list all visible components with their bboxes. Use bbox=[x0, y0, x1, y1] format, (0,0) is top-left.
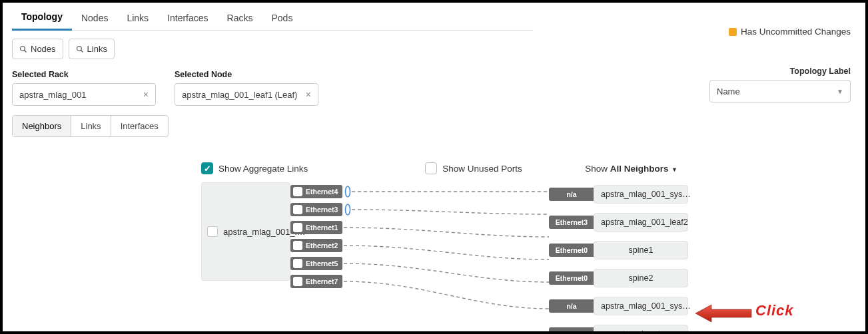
topology-label-value: Name bbox=[717, 86, 740, 96]
chevron-down-icon: ▼ bbox=[837, 88, 843, 95]
clear-node-icon[interactable]: × bbox=[306, 89, 311, 100]
subtab-bar: Neighbors Links Interfaces bbox=[12, 115, 169, 137]
tab-topology[interactable]: Topology bbox=[12, 7, 72, 31]
subtab-interfaces[interactable]: Interfaces bbox=[111, 116, 168, 136]
neighbor-port: Ethernet3 bbox=[549, 216, 594, 229]
search-nodes-button[interactable]: Nodes bbox=[12, 39, 63, 59]
port-ethernet2[interactable]: Ethernet2 bbox=[290, 239, 342, 252]
show-value: All Neighbors bbox=[610, 164, 669, 174]
port-ethernet3[interactable]: Ethernet3 bbox=[290, 203, 342, 216]
svg-point-4 bbox=[346, 186, 350, 197]
neighbor-label: spine2 bbox=[594, 269, 688, 287]
svg-point-2 bbox=[77, 46, 81, 51]
port-ethernet1[interactable]: Ethernet1 bbox=[290, 221, 342, 234]
selected-node-label: Selected Node bbox=[175, 70, 508, 79]
neighbor-list: n/a apstra_mlag_001_sys… Ethernet3 apstr… bbox=[549, 185, 688, 334]
neighbor-label: apstra_mlag_001_sys… bbox=[594, 185, 688, 204]
neighbor-port: Ethernet0 bbox=[549, 244, 594, 257]
neighbor-label: apstra_mlag_001_leaf2 bbox=[594, 213, 688, 232]
search-nodes-label: Nodes bbox=[31, 44, 56, 54]
neighbor-port: n/a bbox=[549, 327, 594, 334]
show-unused-ports-label: Show Unused Ports bbox=[442, 164, 522, 174]
neighbor-row[interactable]: n/a apstra_mlag_001_sys… bbox=[549, 185, 688, 204]
svg-line-3 bbox=[81, 50, 83, 52]
tab-racks[interactable]: Racks bbox=[218, 9, 262, 30]
source-node-box[interactable]: apstra_mlag_001_l… bbox=[201, 182, 290, 281]
uncommitted-changes-badge: Has Uncommitted Changes bbox=[729, 27, 851, 37]
tab-interfaces[interactable]: Interfaces bbox=[158, 9, 217, 30]
main-tab-bar: Topology Nodes Links Interfaces Racks Po… bbox=[12, 8, 533, 31]
subtab-neighbors[interactable]: Neighbors bbox=[13, 116, 71, 136]
show-aggregate-links-label: Show Aggregate Links bbox=[218, 164, 308, 174]
subtab-links[interactable]: Links bbox=[71, 116, 111, 136]
chevron-down-icon: ▼ bbox=[670, 166, 677, 173]
selected-node-select[interactable]: apstra_mlag_001_leaf1 (Leaf) × bbox=[175, 83, 318, 106]
source-node-checkbox[interactable] bbox=[207, 226, 218, 237]
selected-rack-value: apstra_mlag_001 bbox=[19, 90, 86, 100]
show-unused-ports-checkbox[interactable] bbox=[425, 162, 437, 174]
neighbor-row[interactable]: n/a apstra_mlag_001_sys… bbox=[549, 297, 688, 315]
tab-nodes[interactable]: Nodes bbox=[72, 9, 117, 30]
topology-wires bbox=[342, 182, 549, 322]
show-prefix: Show bbox=[585, 164, 610, 174]
neighbor-label: spine1 bbox=[594, 241, 688, 259]
neighbor-port: n/a bbox=[549, 299, 594, 313]
search-links-label: Links bbox=[87, 44, 107, 54]
port-led-icon bbox=[293, 205, 302, 214]
neighbor-row[interactable]: Ethernet0 spine1 bbox=[549, 241, 688, 259]
neighbor-row[interactable]: Ethernet0 spine2 bbox=[549, 269, 688, 287]
selected-node-value: apstra_mlag_001_leaf1 (Leaf) bbox=[182, 90, 297, 100]
svg-point-5 bbox=[346, 204, 350, 215]
neighbor-label: apstra_mlag_001_sys… bbox=[594, 297, 688, 315]
port-led-icon bbox=[293, 241, 302, 250]
neighbor-port: Ethernet0 bbox=[549, 271, 594, 285]
neighbor-label: external-router bbox=[594, 325, 688, 334]
clear-rack-icon[interactable]: × bbox=[143, 89, 149, 100]
selected-rack-label: Selected Rack bbox=[12, 70, 175, 79]
neighbor-port: n/a bbox=[549, 188, 594, 201]
topology-label-select[interactable]: Name ▼ bbox=[709, 80, 851, 102]
port-ethernet7[interactable]: Ethernet7 bbox=[290, 275, 342, 288]
status-text: Has Uncommitted Changes bbox=[741, 27, 851, 37]
port-ethernet4[interactable]: Ethernet4 bbox=[290, 185, 342, 198]
search-icon bbox=[76, 45, 84, 53]
search-links-button[interactable]: Links bbox=[69, 39, 115, 59]
warning-dot-icon bbox=[729, 28, 737, 36]
annotation-arrow-icon bbox=[695, 303, 753, 323]
port-led-icon bbox=[293, 277, 302, 286]
annotation-click-text: Click bbox=[755, 302, 794, 319]
show-neighbors-dropdown[interactable]: Show All Neighbors ▼ bbox=[585, 164, 677, 174]
search-icon bbox=[19, 45, 27, 53]
topology-label-heading: Topology Label bbox=[790, 67, 851, 76]
tab-links[interactable]: Links bbox=[117, 9, 158, 30]
port-led-icon bbox=[293, 187, 302, 196]
source-port-stack: Ethernet4 Ethernet3 Ethernet1 Ethernet2 … bbox=[290, 185, 342, 288]
selected-rack-select[interactable]: apstra_mlag_001 × bbox=[12, 83, 156, 106]
show-aggregate-links-checkbox[interactable] bbox=[201, 162, 213, 174]
svg-marker-6 bbox=[695, 305, 751, 322]
svg-point-0 bbox=[21, 46, 25, 51]
neighbor-row[interactable]: Ethernet3 apstra_mlag_001_leaf2 bbox=[549, 213, 688, 232]
port-ethernet5[interactable]: Ethernet5 bbox=[290, 257, 342, 270]
port-led-icon bbox=[293, 259, 302, 268]
port-led-icon bbox=[293, 223, 302, 232]
svg-line-1 bbox=[25, 50, 27, 52]
neighbor-row-external-router[interactable]: n/a external-router bbox=[549, 325, 688, 334]
tab-pods[interactable]: Pods bbox=[262, 9, 302, 30]
